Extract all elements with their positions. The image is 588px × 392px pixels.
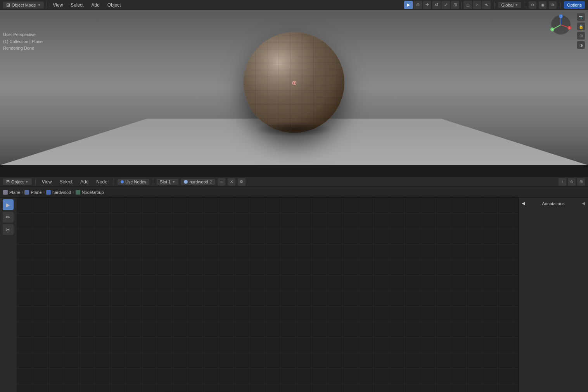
view-node-icon[interactable]: ↑	[559, 178, 566, 186]
connections-svg	[16, 198, 518, 392]
scale-tool-icon[interactable]: ⤢	[441, 1, 450, 9]
options-icon[interactable]: Options	[564, 1, 585, 9]
breadcrumb-sep-0: ›	[22, 190, 23, 194]
right-sidebar: ◀ Annotations ◀	[518, 198, 588, 392]
cursor-tool-icon[interactable]: ⊕	[413, 1, 422, 9]
viewport-right-controls: 📷 🔒 ⊞ ◑	[577, 13, 585, 49]
top-right-controls: ▶ ⊕ ✛ ↺ ⤢ ⊞ □ ○ ∿ Global ▼ ⊙ ◉ ⊛ Options	[404, 1, 585, 9]
node-cut-tool[interactable]: ✂	[3, 224, 14, 235]
transform-orientation[interactable]: Global ▼	[498, 2, 521, 8]
node-editor: ⊞ Object ▼ View Select Add Node Use Node…	[0, 177, 588, 392]
slot-selector[interactable]: Slot 1 ▼	[157, 179, 178, 185]
breadcrumb-sep-2: ›	[73, 190, 74, 194]
axis-gizmo[interactable]: Z X Y	[549, 13, 572, 36]
editor-type-label: Object Mode	[12, 3, 36, 7]
breadcrumb-plane-label: Plane	[9, 190, 20, 195]
menu-object[interactable]: Object	[104, 2, 124, 9]
lasso-select-icon[interactable]: ∿	[482, 1, 491, 9]
breadcrumb-sep-1: ›	[43, 190, 45, 194]
breadcrumb-bar: Plane › Plane › hardwood › NodeGroup	[0, 187, 588, 198]
breadcrumb-item-1[interactable]: Plane	[24, 190, 42, 195]
breadcrumb-plane2-icon	[24, 190, 29, 195]
crosshair-gizmo: ⊕	[292, 79, 297, 86]
rotate-tool-icon[interactable]: ↺	[432, 1, 441, 9]
sphere-container: ⊕	[244, 32, 344, 133]
material-selector[interactable]: hardwood 2	[181, 179, 215, 185]
breadcrumb-item-2[interactable]: hardwood	[46, 190, 71, 195]
node-menu-select[interactable]: Select	[57, 178, 75, 185]
menu-select[interactable]: Select	[67, 2, 86, 9]
collection-label: (1) Collection | Plane	[3, 38, 43, 45]
breadcrumb-nodegroup-icon	[76, 190, 80, 195]
global-label: Global	[501, 3, 514, 7]
material-name-label: hardwood	[189, 180, 208, 184]
sphere-mesh: ⊕	[244, 32, 344, 133]
snap-icon[interactable]: ⊙	[529, 1, 536, 9]
delete-material-icon[interactable]: ✕	[228, 178, 235, 186]
viewport-overlay: User Perspective (1) Collection | Plane …	[3, 31, 43, 52]
view-shading-icon[interactable]: ◑	[577, 41, 585, 49]
node-menu-add[interactable]: Add	[78, 178, 91, 185]
slot-label: Slot 1	[160, 180, 171, 184]
breadcrumb-plane-icon	[3, 190, 8, 195]
node-canvas-wrapper: ▶ ✏ ✂	[0, 198, 588, 392]
proportional2-icon[interactable]: ⊛	[549, 1, 557, 9]
svg-text:Z: Z	[560, 15, 562, 18]
transform-tool-icon[interactable]: ⊞	[451, 1, 459, 9]
node-menu-view[interactable]: View	[39, 178, 55, 185]
view-grid-icon[interactable]: ⊞	[577, 32, 585, 40]
use-nodes-toggle[interactable]: Use Nodes	[118, 179, 149, 185]
node-select-tool[interactable]: ▶	[3, 199, 14, 210]
toolbar-icons: ▶ ⊕ ✛ ↺ ⤢ ⊞ □ ○ ∿	[404, 1, 491, 9]
overlay-node-icon[interactable]: ⊙	[568, 178, 576, 186]
snap-node-icon[interactable]: ⊞	[577, 178, 585, 186]
node-editor-type[interactable]: ⊞ Object ▼	[3, 178, 32, 185]
node-menu-node[interactable]: Node	[93, 178, 110, 185]
breadcrumb-item-0[interactable]: Plane	[3, 190, 20, 195]
view-camera-icon[interactable]: 📷	[577, 13, 585, 21]
breadcrumb-hardwood-icon	[46, 190, 51, 195]
breadcrumb-plane2-label: Plane	[31, 190, 42, 195]
proportional-icon[interactable]: ◉	[539, 1, 546, 9]
select-tool-icon[interactable]: ▶	[404, 1, 413, 9]
breadcrumb-item-3[interactable]: NodeGroup	[76, 190, 104, 195]
node-draw-tool[interactable]: ✏	[3, 212, 14, 223]
svg-text:X: X	[569, 27, 571, 29]
new-material-icon[interactable]: ○	[218, 178, 225, 186]
view-lock-icon[interactable]: 🔒	[577, 22, 585, 30]
breadcrumb-hardwood-label: hardwood	[52, 190, 71, 195]
breadcrumb-nodegroup-label: NodeGroup	[82, 190, 104, 195]
menu-view[interactable]: View	[50, 2, 66, 9]
top-menubar: ⊞ Object Mode ▼ View Select Add Object ▶…	[0, 0, 588, 10]
render-status-label: Rendering Done	[3, 45, 43, 52]
use-nodes-dot	[121, 180, 124, 183]
sphere-shadow	[255, 121, 333, 137]
move-tool-icon[interactable]: ✛	[423, 1, 431, 9]
node-header-right: ↑ ⊙ ⊞	[559, 178, 585, 186]
menu-add[interactable]: Add	[88, 2, 102, 9]
node-canvas[interactable]: Group Input Noise Texture Vector Scale D…	[16, 198, 518, 392]
editor-type-selector[interactable]: ⊞ Object Mode ▼	[3, 2, 44, 9]
circle-select-icon[interactable]: ○	[473, 1, 481, 9]
svg-text:Y: Y	[552, 28, 553, 31]
node-left-toolbar: ▶ ✏ ✂	[0, 198, 16, 392]
perspective-label: User Perspective	[3, 31, 43, 38]
material-icon	[184, 180, 188, 184]
box-select-icon[interactable]: □	[463, 1, 472, 9]
node-object-mode: Object	[11, 180, 24, 184]
node-editor-header: ⊞ Object ▼ View Select Add Node Use Node…	[0, 177, 588, 187]
use-nodes-label: Use Nodes	[125, 180, 146, 184]
material-settings-icon[interactable]: ⚙	[238, 178, 246, 186]
material-count-badge: 2	[210, 180, 212, 184]
sidebar-collapse-btn[interactable]: ◀	[582, 201, 585, 206]
annotations-label: Annotations	[542, 201, 564, 206]
viewport-3d[interactable]: ⊕ User Perspective (1) Collection | Plan…	[0, 10, 588, 165]
